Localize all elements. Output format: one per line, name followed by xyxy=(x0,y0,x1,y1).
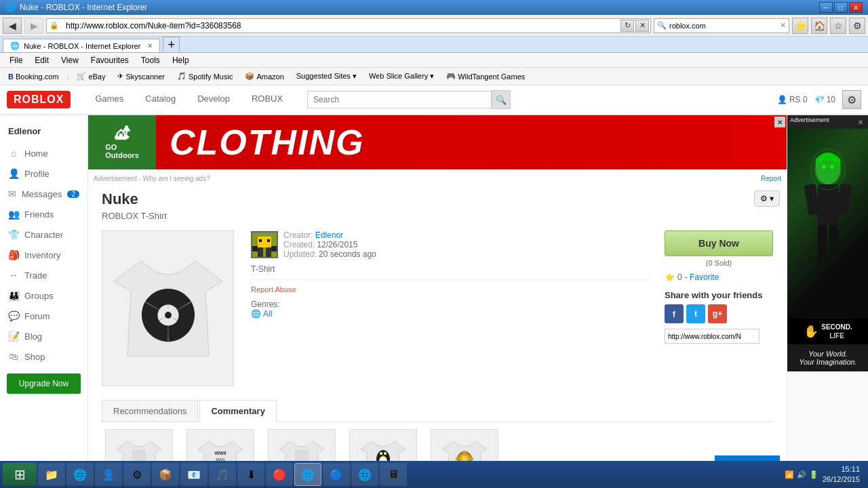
svg-rect-6 xyxy=(267,239,270,242)
address-bar: ◀ ▶ 🔒 ↻ ✕ 🔍 ✕ ⭐ 🏠 ☆ ⚙ xyxy=(0,15,868,37)
fav-spotify[interactable]: 🎵 Spotify Music xyxy=(173,70,237,82)
account-badge[interactable]: 👤 RS 0 xyxy=(777,95,808,104)
back-button[interactable]: ◀ xyxy=(3,18,22,34)
report-abuse-link[interactable]: Report Abuse xyxy=(251,285,296,293)
svg-point-19 xyxy=(384,452,387,455)
sidebar-item-blog[interactable]: 📝 Blog xyxy=(0,326,87,346)
taskbar-chrome[interactable]: 🔵 xyxy=(323,463,350,486)
nav-robux[interactable]: ROBUX xyxy=(241,88,294,111)
favorite-link[interactable]: - Favorite xyxy=(685,272,719,282)
menu-tools[interactable]: Tools xyxy=(136,54,165,66)
taskbar-settings[interactable]: ⚙ xyxy=(123,463,151,486)
menu-edit[interactable]: Edit xyxy=(29,54,54,66)
sidebar-item-inventory[interactable]: 🎒 Inventory xyxy=(0,245,87,265)
start-button[interactable]: ⊞ xyxy=(3,463,37,486)
sidebar-item-character[interactable]: 👕 Character xyxy=(0,224,87,245)
nav-catalog[interactable]: Catalog xyxy=(134,88,186,111)
sidebar-item-groups[interactable]: 👪 Groups xyxy=(0,285,87,306)
nav-links: Games Catalog Develop ROBUX xyxy=(84,88,294,111)
fav-skyscanner[interactable]: ✈ Skyscanner xyxy=(113,70,168,82)
taskbar-browser-active[interactable]: 🌐 xyxy=(294,463,321,486)
share-twitter-button[interactable]: t xyxy=(686,304,705,323)
fav-wildtangent[interactable]: 🎮 WildTangent Games xyxy=(442,70,529,82)
url-input[interactable] xyxy=(62,19,619,33)
share-url-input[interactable] xyxy=(665,329,760,344)
stop-button[interactable]: ✕ xyxy=(635,20,649,32)
sl-ad-close[interactable]: ✕ xyxy=(855,117,866,127)
robux-badge[interactable]: 💎 10 xyxy=(814,95,835,104)
sidebar-item-trade[interactable]: ↔ Trade xyxy=(0,265,87,285)
taskbar-user[interactable]: 👤 xyxy=(95,463,122,486)
settings-button[interactable]: ⚙ xyxy=(842,90,861,109)
product-info: Creator: Edlenor Created: 12/26/2015 Upd… xyxy=(251,230,651,386)
ad-clothing-text: CLOTHING xyxy=(156,122,365,163)
share-googleplus-button[interactable]: g+ xyxy=(708,304,727,323)
taskbar-ie2[interactable]: 🌐 xyxy=(351,463,378,486)
sidebar-item-shop[interactable]: 🛍 Shop xyxy=(0,346,87,367)
nav-games[interactable]: Games xyxy=(84,88,134,111)
taskbar-roblox[interactable]: 🔴 xyxy=(266,463,293,486)
taskbar-apps: 📁 🌐 👤 ⚙ 📦 📧 🎵 ⬇ 🔴 🌐 🔵 🌐 🖥 xyxy=(38,463,778,486)
share-facebook-button[interactable]: f xyxy=(665,304,684,323)
gear-button[interactable]: ⚙ ▾ xyxy=(754,190,780,207)
home-nav-btn[interactable]: 🏠 xyxy=(811,18,827,34)
menu-file[interactable]: File xyxy=(4,54,28,66)
new-tab-button[interactable]: + xyxy=(163,37,180,52)
fav-ebay[interactable]: 🛒 eBay xyxy=(73,70,109,82)
taskbar-email[interactable]: 📧 xyxy=(180,463,208,486)
refresh-button[interactable]: ↻ xyxy=(620,20,634,32)
taskbar-file-explorer[interactable]: 📁 xyxy=(38,463,65,486)
taskbar-download[interactable]: ⬇ xyxy=(237,463,264,486)
settings-nav-btn[interactable]: ⚙ xyxy=(849,18,865,34)
svg-rect-25 xyxy=(456,458,459,460)
genre-all-link[interactable]: 🌐 All xyxy=(251,309,651,319)
nav-develop[interactable]: Develop xyxy=(186,88,241,111)
sidebar-item-home[interactable]: ⌂ Home xyxy=(0,143,87,163)
ad-close-button[interactable]: ✕ xyxy=(774,117,785,127)
star-btn[interactable]: ☆ xyxy=(830,18,846,34)
fav-suggested[interactable]: Suggested Sites ▾ xyxy=(292,70,361,82)
close-button[interactable]: ✕ xyxy=(849,2,863,13)
forward-button[interactable]: ▶ xyxy=(24,18,43,34)
menu-favourites[interactable]: Favourites xyxy=(85,54,134,66)
fav-booking[interactable]: B Booking.com xyxy=(4,71,63,82)
search-submit-icon[interactable]: ✕ xyxy=(777,21,789,30)
sidebar-item-profile[interactable]: 👤 Profile xyxy=(0,163,87,184)
sl-tagline: Your World. Your Imagination. xyxy=(787,344,868,371)
favorites-btn[interactable]: ⭐ xyxy=(792,18,808,34)
nav-search-area: 🔍 xyxy=(307,90,511,109)
tab-bar: 🌐 Nuke - ROBLOX - Internet Explorer ✕ + xyxy=(0,37,868,53)
upgrade-button[interactable]: Upgrade Now xyxy=(7,373,81,394)
wildtangent-icon: 🎮 xyxy=(446,72,456,81)
taskbar-amazon[interactable]: 📦 xyxy=(152,463,179,486)
roblox-search-input[interactable] xyxy=(307,91,492,108)
fav-webslice[interactable]: Web Slice Gallery ▾ xyxy=(365,70,438,82)
sidebar-item-friends[interactable]: 👥 Friends xyxy=(0,204,87,224)
buy-now-button[interactable]: Buy Now xyxy=(665,230,773,256)
menu-help[interactable]: Help xyxy=(167,54,195,66)
search-icon: 🔍 xyxy=(654,21,669,30)
browser-search-input[interactable] xyxy=(669,19,777,33)
sidebar-item-messages[interactable]: ✉ Messages 2 xyxy=(0,184,87,204)
taskbar-vm[interactable]: 🖥 xyxy=(380,463,407,486)
maximize-button[interactable]: □ xyxy=(834,2,848,13)
fav-amazon[interactable]: 📦 Amazon xyxy=(241,70,288,82)
browser-tab[interactable]: 🌐 Nuke - ROBLOX - Internet Explorer ✕ xyxy=(3,39,160,52)
spotify-app-icon: 🎵 xyxy=(214,466,231,483)
roblox-search-button[interactable]: 🔍 xyxy=(492,90,511,109)
minimize-button[interactable]: ─ xyxy=(819,2,833,13)
tab-close-button[interactable]: ✕ xyxy=(147,42,153,49)
taskbar-ie[interactable]: 🌐 xyxy=(66,463,94,486)
tab-commentary[interactable]: Commentary xyxy=(199,400,276,422)
menu-view[interactable]: View xyxy=(56,54,84,66)
tab-recommendations[interactable]: Recommendations xyxy=(102,400,198,422)
creator-info: Creator: Edlenor Created: 12/26/2015 Upd… xyxy=(251,230,651,259)
battery-icon: 🔋 xyxy=(809,470,818,479)
taskbar-spotify[interactable]: 🎵 xyxy=(209,463,236,486)
svg-text:WWII: WWII xyxy=(214,451,226,455)
nav-right: 👤 RS 0 💎 10 ⚙ xyxy=(777,90,861,109)
sidebar-item-forum[interactable]: 💬 Forum xyxy=(0,306,87,326)
roblox-logo[interactable]: ROBLOX xyxy=(7,91,71,108)
creator-link[interactable]: Edlenor xyxy=(315,230,343,240)
roblox-page: ROBLOX Games Catalog Develop ROBUX 🔍 👤 R… xyxy=(0,85,868,488)
